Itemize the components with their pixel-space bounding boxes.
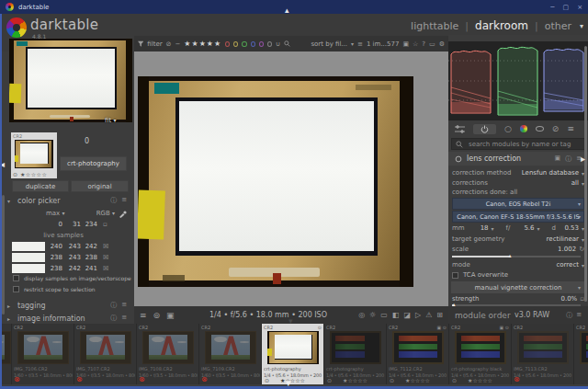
strength-row[interactable]: strength 0.0%▫ [452, 295, 584, 303]
minimize-button[interactable]: ─ [550, 4, 554, 11]
checkbox[interactable] [13, 275, 19, 281]
duplicate-button[interactable]: duplicate [12, 180, 69, 192]
filmstrip-thumb[interactable]: CR2 ▣ ⊙ IMG_7112.CR2 1/4 • f/5.6 • 18.0m… [387, 324, 449, 384]
collapse-top-panel-arrow[interactable]: ▴ [285, 6, 289, 15]
lens-model-select[interactable]: Canon, Canon EF-S 18-55mm f/3.5-5.6 IS▾ [452, 211, 584, 223]
view-lighttable[interactable]: lighttable [411, 20, 458, 32]
os-titlebar[interactable]: darktable ─ ▢ × [0, 0, 588, 14]
presets-icon[interactable]: ≡ [121, 301, 127, 310]
mask-display-icon[interactable]: ⊚ [153, 311, 161, 320]
manual-vignette-section[interactable]: manual vignette correction▾ [451, 281, 585, 293]
iso12646-icon[interactable]: ☼ [369, 311, 376, 319]
color-assessment-icon[interactable]: ▭ [380, 311, 388, 319]
thumb-stars[interactable]: ★☆☆☆☆ [387, 377, 448, 383]
presets-icon[interactable]: ≡ [576, 311, 582, 320]
tagging-module-header[interactable]: ▸ tagging ⓘ≡ [0, 299, 134, 312]
reject-icon[interactable]: ⊗ [514, 376, 520, 383]
duplicate-thumbnail[interactable]: CR2 ⊙ ★☆☆☆☆ [11, 132, 57, 178]
color-label-blue-icon[interactable] [251, 41, 255, 47]
duplicate-stars[interactable]: ★☆☆☆☆ [20, 171, 47, 177]
close-button[interactable]: × [577, 4, 582, 11]
reject-icon[interactable]: ⊗ [14, 376, 20, 383]
star-filter[interactable]: ★★★★★ [184, 40, 221, 48]
right-panel-scrollbar[interactable] [584, 46, 587, 302]
filmstrip-thumb[interactable]: CR2 ▣ ⊙ crt-photography black 1/4 • f/5.… [449, 324, 512, 384]
main-image[interactable] [138, 76, 413, 287]
views-dropdown-icon[interactable]: ▾ [580, 22, 583, 30]
live-sample-swatch[interactable] [12, 253, 45, 262]
module-enable-icon[interactable] [455, 155, 462, 163]
module-search-input[interactable] [467, 140, 577, 149]
filmstrip-thumb[interactable]: CR2 IMG_7106.CR2 1/60 • f/3.5 • 18.0mm •… [12, 324, 74, 384]
sort-chevron-icon[interactable]: ▾ [351, 40, 354, 47]
funnel-icon[interactable] [138, 40, 143, 48]
display-samples-option[interactable]: display samples on image/vectorscope [13, 275, 130, 281]
live-sample-swatch[interactable] [12, 264, 45, 273]
zoom-level-select[interactable]: fit ▾ [105, 117, 116, 124]
help-icon[interactable]: ? [422, 40, 425, 48]
reject-icon[interactable]: ⊗ [201, 376, 208, 383]
color-label-yellow-icon[interactable] [233, 41, 238, 47]
raw-overexposed-icon[interactable]: ◧ [392, 311, 400, 319]
thumb-stars[interactable]: ★☆☆☆☆ [449, 377, 511, 383]
filmstrip-thumb-selected[interactable]: CR2 ⊙ crt-photography 1/4 • f/5.6 • 18.0… [262, 324, 324, 384]
gamut-check-icon[interactable]: ⚠ [425, 311, 432, 319]
reset-icon[interactable]: ⓘ [565, 154, 571, 164]
eyedropper-icon[interactable] [119, 210, 127, 218]
filmstrip-thumb[interactable]: CR2 IMG_7113.CR2 1/4 • f/5.6 • 18.0mm • … [512, 324, 574, 384]
info-icon[interactable]: ⓘ [110, 301, 117, 310]
sort-by-select[interactable]: sort by fil... [311, 40, 347, 48]
camera-model-select[interactable]: Canon, EOS Rebel T2i▾ [452, 198, 584, 210]
navigation-thumbnail[interactable] [9, 39, 132, 122]
collapse-right-panel-arrow[interactable]: ▸ [581, 154, 585, 164]
info-icon[interactable]: ⓘ [566, 311, 572, 320]
expand-icon[interactable]: ▾ [7, 198, 14, 204]
scope-menu-icon[interactable]: ≡ [567, 124, 574, 133]
scale-row[interactable]: scale 1.002↻ [452, 246, 584, 253]
lens-correction-header[interactable]: lens correction ▣ ⓘ ≡ [448, 152, 588, 166]
softproof-icon[interactable]: ▷ [415, 311, 421, 319]
tca-overwrite-row[interactable]: TCA overwrite [452, 271, 584, 279]
info-icon[interactable]: ⓘ [110, 196, 117, 205]
filmstrip-thumb[interactable]: CR2 IMG_7108.CR2 1/60 • f/3.5 • 18.0mm •… [137, 324, 199, 384]
module-power-icon[interactable] [473, 124, 496, 134]
add-sample-icon[interactable]: ▫ [103, 221, 107, 228]
picker-space-select[interactable]: RGB ▾ [96, 210, 115, 217]
range-reject-icon[interactable]: ⊘ [166, 40, 172, 48]
original-button[interactable]: original [71, 180, 129, 192]
color-label-purple-icon[interactable] [259, 41, 264, 47]
picked-color-swatch[interactable] [12, 220, 45, 229]
second-window-icon[interactable]: ▣ [166, 311, 175, 320]
preferences-gear-icon[interactable]: ⚙ [439, 40, 445, 48]
view-darkroom[interactable]: darkroom [475, 19, 528, 32]
rgb-scope-icon[interactable] [520, 125, 527, 132]
overlays-star-icon[interactable]: ☆ [413, 40, 418, 48]
shortcuts-icon[interactable]: ▭ [429, 40, 435, 48]
grouping-icon[interactable]: ▣ [402, 40, 409, 48]
sort-order-icon[interactable]: ≡ [357, 40, 363, 48]
search-icon[interactable] [284, 40, 290, 48]
presets-icon[interactable]: ≡ [121, 196, 127, 205]
thumb-stars[interactable]: ★☆☆☆☆ [262, 377, 323, 383]
overexposed-icon[interactable]: ◪ [403, 311, 411, 319]
thumb-stars[interactable]: ★☆☆☆☆ [324, 377, 386, 383]
live-sample-swatch[interactable] [12, 242, 45, 251]
delete-sample-icon[interactable]: ☒ [103, 254, 108, 261]
checkbox[interactable] [452, 272, 458, 279]
restrict-scope-option[interactable]: restrict scope to selection [13, 286, 130, 292]
color-label-gray-icon[interactable] [267, 41, 272, 47]
corrections-row[interactable]: corrections all▾ [452, 179, 584, 187]
color-label-green-icon[interactable] [242, 41, 246, 47]
filmstrip-thumb[interactable]: CR2 IMG_7107.CR2 1/60 • f/3.5 • 18.0mm •… [74, 324, 137, 384]
module-order-header[interactable]: module order v3.0 RAW ⓘ≡ [448, 306, 588, 324]
maximize-button[interactable]: ▢ [563, 4, 570, 11]
checkbox[interactable] [13, 286, 19, 292]
reject-icon[interactable]: ⊗ [76, 376, 83, 383]
scale-slider[interactable]: ▴ [452, 256, 581, 257]
delete-sample-icon[interactable]: ☒ [103, 243, 108, 250]
picker-mode-select[interactable]: max ▾ [46, 210, 65, 217]
vectorscope-icon[interactable] [536, 126, 544, 132]
filmstrip-thumb[interactable]: CR2 IMG_7109.CR2 1/60 • f/3.5 • 18.0mm •… [199, 324, 262, 384]
scope-settings-icon[interactable] [455, 125, 465, 133]
version-name-field[interactable]: crt-photography [60, 156, 127, 171]
